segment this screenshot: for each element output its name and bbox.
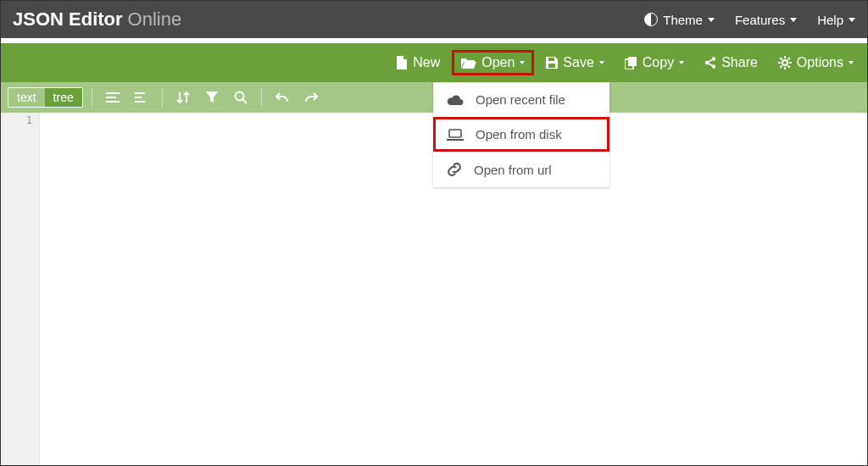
separator: [92, 88, 92, 107]
share-button[interactable]: Share: [696, 50, 766, 75]
svg-rect-1: [548, 64, 555, 68]
brand-name: JSON Editor: [13, 8, 123, 31]
open-disk-label: Open from disk: [476, 127, 562, 141]
svg-line-23: [242, 100, 247, 104]
options-label: Options: [797, 55, 843, 70]
svg-line-12: [780, 58, 782, 59]
svg-rect-0: [548, 58, 554, 61]
chevron-down-icon: [849, 61, 854, 64]
copy-button[interactable]: Copy: [616, 50, 693, 75]
brand: JSON Editor Online: [13, 8, 181, 31]
separator: [261, 88, 262, 107]
svg-line-15: [787, 58, 789, 59]
format-button[interactable]: [101, 86, 125, 109]
search-button[interactable]: [229, 86, 253, 109]
open-label: Open: [481, 55, 515, 70]
open-recent-label: Open recent file: [476, 92, 565, 107]
cloud-icon: [447, 94, 464, 106]
separator: [162, 88, 163, 107]
gear-icon: [778, 56, 792, 69]
chevron-down-icon: [599, 61, 604, 64]
redo-button[interactable]: [299, 86, 323, 109]
actionbar: New Open Save Copy Share Options: [1, 43, 867, 82]
chevron-down-icon: [849, 18, 855, 22]
line-number: 1: [1, 113, 39, 126]
share-icon: [704, 57, 716, 69]
tree-mode-button[interactable]: tree: [45, 88, 82, 107]
svg-line-13: [787, 66, 789, 68]
help-label: Help: [817, 13, 843, 27]
copy-icon: [625, 57, 637, 69]
features-label: Features: [735, 13, 785, 27]
file-icon: [396, 56, 408, 69]
topbar-right: Theme Features Help: [644, 13, 855, 27]
theme-icon: [644, 13, 658, 26]
svg-point-7: [782, 60, 787, 65]
open-recent-item[interactable]: Open recent file: [433, 82, 609, 117]
link-icon: [447, 162, 462, 177]
chevron-down-icon: [520, 61, 525, 64]
svg-line-14: [780, 66, 782, 68]
copy-label: Copy: [643, 55, 674, 70]
chevron-down-icon: [679, 61, 684, 64]
svg-rect-24: [449, 130, 461, 137]
folder-open-icon: [461, 57, 476, 69]
theme-menu[interactable]: Theme: [644, 13, 715, 27]
save-label: Save: [563, 55, 593, 70]
share-label: Share: [721, 55, 758, 70]
help-menu[interactable]: Help: [817, 13, 855, 27]
new-button[interactable]: New: [387, 50, 448, 75]
save-icon: [546, 57, 558, 69]
save-button[interactable]: Save: [537, 50, 612, 75]
open-button[interactable]: Open: [452, 50, 534, 75]
chevron-down-icon: [708, 18, 715, 22]
brand-suffix: Online: [128, 8, 182, 31]
chevron-down-icon: [790, 18, 797, 22]
open-url-item[interactable]: Open from url: [433, 152, 609, 187]
new-label: New: [413, 55, 440, 70]
undo-button[interactable]: [270, 86, 294, 109]
theme-label: Theme: [663, 13, 703, 27]
filter-button[interactable]: [200, 86, 224, 109]
mode-switch: text tree: [8, 87, 83, 108]
open-url-label: Open from url: [474, 163, 552, 177]
editor-toolbar: text tree Open recent file Ope: [1, 82, 867, 113]
compact-button[interactable]: [130, 86, 153, 109]
features-menu[interactable]: Features: [735, 13, 797, 27]
laptop-icon: [447, 129, 464, 141]
open-dropdown: Open recent file Open from disk Open fro…: [433, 82, 609, 187]
text-mode-button[interactable]: text: [8, 88, 45, 107]
options-button[interactable]: Options: [770, 50, 862, 75]
sort-button[interactable]: [171, 86, 195, 109]
line-gutter: 1: [1, 113, 40, 465]
svg-rect-3: [628, 57, 637, 66]
topbar: JSON Editor Online Theme Features Help: [1, 1, 867, 38]
svg-point-22: [235, 92, 243, 101]
open-disk-item[interactable]: Open from disk: [433, 117, 609, 152]
